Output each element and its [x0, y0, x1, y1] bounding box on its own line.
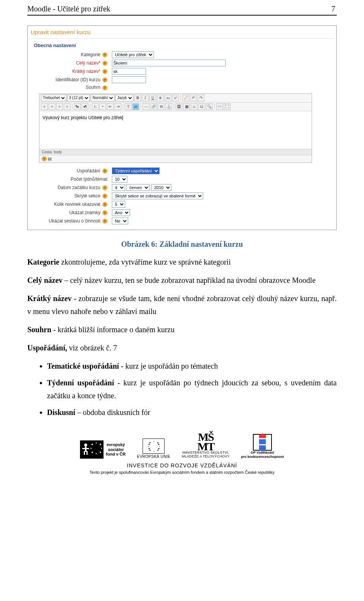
- p4-text: - krátká bližší informace o daném kurzu: [51, 325, 174, 334]
- editor-style-select[interactable]: Normální: [91, 95, 115, 101]
- help-icon[interactable]: ?: [102, 194, 107, 199]
- bold-icon[interactable]: B: [134, 95, 141, 101]
- anchor-icon[interactable]: ⚓: [165, 103, 172, 110]
- ltr-icon[interactable]: ¶▸: [74, 103, 81, 110]
- help-icon[interactable]: ?: [102, 61, 107, 66]
- label-datum: Datum začátku kurzu: [58, 185, 100, 190]
- label-cinnost: Ukázat sestavu o činnosti: [49, 218, 100, 224]
- source-icon[interactable]: <>: [216, 103, 223, 110]
- select-skryte[interactable]: Skryté sekce se zobrazují ve sbalené for…: [112, 192, 203, 199]
- undo-icon[interactable]: ↶: [190, 95, 197, 101]
- help-icon[interactable]: ?: [42, 156, 47, 161]
- table-icon[interactable]: ▦: [183, 103, 190, 110]
- term-diskusni: Diskusní: [47, 408, 75, 416]
- term-kratky-nazev: Krátký název: [27, 294, 72, 303]
- textcolor-icon[interactable]: T: [125, 103, 132, 110]
- term-souhrn: Souhrn: [27, 325, 51, 334]
- outdent-icon[interactable]: ⇤: [107, 103, 114, 110]
- editor-font-select[interactable]: Trebuchet: [41, 95, 66, 101]
- label-znamky: Ukázat známky: [69, 210, 100, 215]
- emoticon-icon[interactable]: ☺: [191, 103, 198, 110]
- italic-icon[interactable]: I: [142, 95, 149, 101]
- fullscreen-icon[interactable]: ⛶: [224, 103, 231, 110]
- logo-msmt: MŠMT MINISTERSTVO ŠKOLSTVÍ, MLÁDEŽE A TĚ…: [182, 432, 229, 459]
- editor-content-text: Výukový kurz projektu Učitelé pro zítřek: [42, 115, 122, 120]
- input-kratky-nazev[interactable]: [112, 68, 146, 75]
- input-cely-nazev[interactable]: [112, 60, 226, 66]
- list-ol-icon[interactable]: 1.: [92, 103, 99, 110]
- logo-op: OP Vzdělávání pro konkurenceschopnost: [241, 434, 284, 459]
- help-icon[interactable]: ?: [102, 85, 107, 90]
- redo-icon[interactable]: ↷: [198, 95, 204, 101]
- label-cely-nazev: Celý název*: [76, 60, 100, 66]
- clean-icon[interactable]: 🧹: [182, 95, 189, 101]
- select-novinky[interactable]: 5: [112, 201, 125, 208]
- term-usporadani: Uspořádání,: [27, 344, 67, 352]
- select-day[interactable]: 4: [112, 184, 125, 191]
- select-znamky[interactable]: Ano: [112, 209, 130, 216]
- label-id: Identifikátor (ID) kurzu: [56, 77, 100, 82]
- align-center-icon[interactable]: ≡: [49, 103, 55, 110]
- msmt-line2: MLÁDEŽE A TĚLOVÝCHOVY: [182, 455, 229, 459]
- p3-text: - zobrazuje se všude tam, kde není vhodn…: [27, 294, 337, 315]
- form-title: Upravit nastavení kurzu: [30, 27, 334, 39]
- esf-line1: evropský: [106, 442, 126, 447]
- input-id[interactable]: [112, 76, 146, 83]
- help-icon[interactable]: ?: [102, 169, 107, 174]
- esf-line2: sociální: [106, 447, 126, 452]
- term-tydenni: Týdenní uspořádání: [47, 379, 114, 387]
- editor-toolbar-2: ≡ ≡ ≡ ≡ ¶▸ ◂¶ 1. • ⇤ ⇥ T ab ― 🔗 ⧉ ⚓: [39, 103, 312, 111]
- richtext-editor: Trebuchet 3 (12 pt) Normální Jazyk B I U…: [39, 93, 312, 163]
- course-settings-form: Upravit nastavení kurzu Obecná nastavení…: [27, 25, 337, 230]
- op-line2: pro konkurenceschopnost: [241, 455, 284, 459]
- unlink-icon[interactable]: ⧉: [158, 103, 165, 110]
- toggle-editor-icon[interactable]: ▤: [48, 156, 52, 161]
- select-month[interactable]: červen: [126, 184, 150, 191]
- select-usporadani[interactable]: Týdenní uspořádání: [112, 167, 160, 174]
- indent-icon[interactable]: ⇥: [115, 103, 121, 110]
- select-pocet[interactable]: 10: [112, 176, 127, 183]
- help-icon[interactable]: ?: [102, 52, 107, 57]
- strike-icon[interactable]: S: [157, 95, 164, 101]
- eu-label: EVROPSKÁ UNIE: [137, 454, 170, 459]
- list-item: Diskusní – obdoba diskusních fór: [47, 406, 337, 419]
- li3-text: – obdoba diskusních fór: [75, 408, 151, 416]
- hr-icon[interactable]: ―: [143, 103, 149, 110]
- editor-lang-select[interactable]: Jazyk: [115, 95, 133, 101]
- editor-size-select[interactable]: 3 (12 pt): [67, 95, 90, 101]
- select-cinnost[interactable]: Ne: [112, 218, 128, 224]
- select-kategorie[interactable]: Učitelé pro zítřek: [112, 51, 154, 58]
- list-item: Tematické uspořádání - kurz je uspořádán…: [47, 360, 337, 372]
- align-left-icon[interactable]: ≡: [41, 103, 48, 110]
- label-usporadani: Uspořádání: [77, 168, 100, 174]
- help-icon[interactable]: ?: [102, 185, 107, 190]
- help-icon[interactable]: ?: [102, 219, 107, 224]
- label-kategorie: Kategorie: [81, 52, 100, 57]
- footer-cofin: Tento projekt je spolufinancován Evropsk…: [27, 470, 337, 475]
- label-pocet: Počet týdnů/témat: [71, 177, 107, 182]
- sub-icon[interactable]: x₂: [165, 95, 171, 101]
- help-icon[interactable]: ?: [102, 210, 107, 215]
- sup-icon[interactable]: x²: [172, 95, 179, 101]
- image-icon[interactable]: 🖼: [176, 103, 182, 110]
- p2-text: – celý název kurzu, ten se bude zobrazov…: [63, 276, 316, 284]
- select-year[interactable]: 2010: [151, 184, 171, 191]
- link-icon[interactable]: 🔗: [150, 103, 157, 110]
- bgcolor-icon[interactable]: ab: [132, 103, 139, 110]
- editor-textarea[interactable]: Výukový kurz projektu Učitelé pro zítřek: [39, 111, 312, 149]
- help-icon[interactable]: ?: [102, 77, 107, 82]
- editor-toolbar-1: Trebuchet 3 (12 pt) Normální Jazyk B I U…: [39, 94, 312, 103]
- align-justify-icon[interactable]: ≡: [64, 103, 71, 110]
- list-ul-icon[interactable]: •: [99, 103, 106, 110]
- list-item: Týdenní uspořádání - kurz je uspořádán p…: [47, 376, 337, 402]
- help-icon[interactable]: ?: [102, 69, 107, 74]
- align-right-icon[interactable]: ≡: [56, 103, 63, 110]
- search-icon[interactable]: 🔍: [206, 103, 213, 110]
- term-cely-nazev: Celý název: [27, 276, 63, 284]
- char-icon[interactable]: Ω: [198, 103, 205, 110]
- label-novinky: Kolik novinek ukazovat: [54, 202, 100, 207]
- help-icon[interactable]: ?: [102, 202, 107, 207]
- underline-icon[interactable]: U: [149, 95, 156, 101]
- footer-block: evropský sociální fond v ČR EVROPSKÁ UNI…: [27, 432, 337, 475]
- rtl-icon[interactable]: ◂¶: [82, 103, 88, 110]
